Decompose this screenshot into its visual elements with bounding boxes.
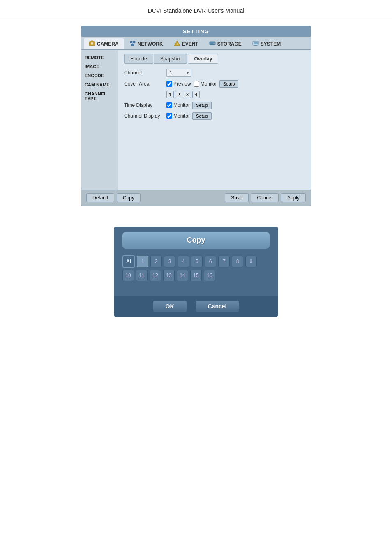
time-display-row: Time Display Monitor Setup xyxy=(124,102,305,109)
ch-btn-1[interactable]: 1 xyxy=(137,256,148,267)
dialog-cancel-button[interactable]: Cancel xyxy=(195,300,240,312)
page-title: DCVI Standalone DVR User's Manual xyxy=(0,0,392,18)
ch-monitor-checkbox[interactable] xyxy=(166,113,172,119)
num-box-1[interactable]: 1 xyxy=(166,91,174,98)
svg-rect-5 xyxy=(131,44,134,46)
copy-dialog: Copy Al 1 2 3 4 5 6 7 8 9 10 11 12 13 14… xyxy=(114,227,278,317)
tab-encode[interactable]: Encode xyxy=(124,54,153,64)
top-nav: CAMERA NETWORK ! xyxy=(81,37,311,50)
svg-rect-14 xyxy=(254,42,258,44)
ch-btn-10[interactable]: 10 xyxy=(122,270,134,281)
copy-dialog-title: Copy xyxy=(122,232,270,249)
nav-camera[interactable]: CAMERA xyxy=(84,38,124,49)
channel-display-control: Monitor Setup xyxy=(166,112,212,120)
channel-display-label: Channel Display xyxy=(124,113,163,119)
save-button[interactable]: Save xyxy=(225,193,248,202)
cover-area-label: Cover-Area xyxy=(124,81,163,87)
sidebar-remote[interactable]: REMOTE xyxy=(81,53,118,62)
copy-button[interactable]: Copy xyxy=(117,193,141,202)
channel-select-wrapper: 1 2 3 4 xyxy=(166,69,191,77)
monitor-checkbox[interactable] xyxy=(194,81,199,87)
svg-point-12 xyxy=(213,43,214,44)
preview-checkbox-label[interactable]: Preview xyxy=(166,81,191,87)
time-monitor-label: Monitor xyxy=(173,102,190,108)
ch-btn-3[interactable]: 3 xyxy=(164,256,175,267)
ch-btn-16[interactable]: 16 xyxy=(204,270,215,281)
time-monitor-checkbox-label[interactable]: Monitor xyxy=(166,102,190,108)
ch-btn-15[interactable]: 15 xyxy=(190,270,202,281)
channel-buttons: Al 1 2 3 4 5 6 7 8 9 10 11 12 13 14 15 1… xyxy=(122,255,270,281)
ch-btn-5[interactable]: 5 xyxy=(191,256,203,267)
channel-control: 1 2 3 4 xyxy=(166,69,191,77)
num-box-4[interactable]: 4 xyxy=(192,91,200,98)
nav-storage-label: STORAGE xyxy=(217,41,242,47)
ch-btn-11[interactable]: 11 xyxy=(136,270,148,281)
content-area: REMOTE IMAGE ENCODE CAM NAME CHANNEL TYP… xyxy=(81,50,311,190)
cover-setup-button[interactable]: Setup xyxy=(219,80,239,88)
ch-btn-9[interactable]: 9 xyxy=(245,256,257,267)
nav-camera-label: CAMERA xyxy=(97,41,119,47)
main-content: Encode Snapshot Overlay Channel 1 2 3 4 xyxy=(118,50,311,190)
sub-tabs: Encode Snapshot Overlay xyxy=(124,54,305,64)
sidebar-cam-name[interactable]: CAM NAME xyxy=(81,80,118,89)
svg-point-1 xyxy=(91,42,93,45)
all-channels-button[interactable]: Al xyxy=(122,255,135,268)
nav-event[interactable]: ! EVENT xyxy=(169,38,203,49)
camera-icon xyxy=(89,40,95,47)
bottom-bar: Default Copy Save Cancel Apply xyxy=(81,190,311,206)
preview-label: Preview xyxy=(173,81,191,87)
nav-network-label: NETWORK xyxy=(138,41,163,47)
system-icon xyxy=(252,40,259,47)
channel-display-row: Channel Display Monitor Setup xyxy=(124,112,305,120)
cancel-button[interactable]: Cancel xyxy=(251,193,279,202)
nav-event-label: EVENT xyxy=(182,41,198,47)
svg-rect-2 xyxy=(91,41,93,42)
sidebar-channel-type[interactable]: CHANNEL TYPE xyxy=(81,89,118,103)
time-monitor-checkbox[interactable] xyxy=(166,102,172,108)
nav-system[interactable]: SYSTEM xyxy=(247,38,286,49)
ch-btn-13[interactable]: 13 xyxy=(163,270,175,281)
nav-system-label: SYSTEM xyxy=(261,41,281,47)
sidebar-encode[interactable]: ENCODE xyxy=(81,71,118,80)
cover-area-row: Cover-Area Preview Monitor Setup xyxy=(124,80,305,88)
ch-btn-12[interactable]: 12 xyxy=(150,270,161,281)
channel-select[interactable]: 1 2 3 4 xyxy=(166,69,191,77)
ch-btn-2[interactable]: 2 xyxy=(150,256,162,267)
time-display-label: Time Display xyxy=(124,102,163,108)
default-button[interactable]: Default xyxy=(86,193,114,202)
preview-checkbox[interactable] xyxy=(166,81,172,87)
setting-panel: SETTING CAMERA xyxy=(81,26,311,206)
sidebar: REMOTE IMAGE ENCODE CAM NAME CHANNEL TYP… xyxy=(81,50,118,190)
monitor-checkbox-label[interactable]: Monitor xyxy=(194,81,217,87)
ch-btn-8[interactable]: 8 xyxy=(232,256,243,267)
ch-setup-button[interactable]: Setup xyxy=(192,112,212,120)
cover-area-numbers-row: 1 2 3 4 xyxy=(124,91,305,98)
ch-btn-14[interactable]: 14 xyxy=(177,270,188,281)
dialog-ok-button[interactable]: OK xyxy=(153,300,187,312)
ch-btn-4[interactable]: 4 xyxy=(178,256,189,267)
svg-text:!: ! xyxy=(177,42,178,45)
tab-snapshot[interactable]: Snapshot xyxy=(154,54,187,64)
ch-btn-6[interactable]: 6 xyxy=(205,256,216,267)
copy-dialog-footer: OK Cancel xyxy=(114,296,278,317)
apply-button[interactable]: Apply xyxy=(281,193,306,202)
time-display-control: Monitor Setup xyxy=(166,102,212,109)
network-icon xyxy=(129,40,136,47)
nav-network[interactable]: NETWORK xyxy=(125,38,168,49)
cover-area-control: Preview Monitor Setup xyxy=(166,80,238,88)
channel-row: Channel 1 2 3 4 xyxy=(124,69,305,77)
cover-area-numbers: 1 2 3 4 xyxy=(166,91,200,98)
sidebar-image[interactable]: IMAGE xyxy=(81,62,118,71)
nav-storage[interactable]: STORAGE xyxy=(204,38,247,49)
ch-btn-7[interactable]: 7 xyxy=(218,256,230,267)
num-box-2[interactable]: 2 xyxy=(175,91,182,98)
storage-icon xyxy=(209,40,216,47)
ch-monitor-checkbox-label[interactable]: Monitor xyxy=(166,113,190,119)
time-setup-button[interactable]: Setup xyxy=(192,102,212,109)
event-icon: ! xyxy=(174,40,180,47)
ch-monitor-label: Monitor xyxy=(173,113,190,119)
num-box-3[interactable]: 3 xyxy=(184,91,191,98)
svg-rect-15 xyxy=(254,45,257,46)
tab-overlay[interactable]: Overlay xyxy=(188,54,218,64)
channel-label: Channel xyxy=(124,70,163,76)
